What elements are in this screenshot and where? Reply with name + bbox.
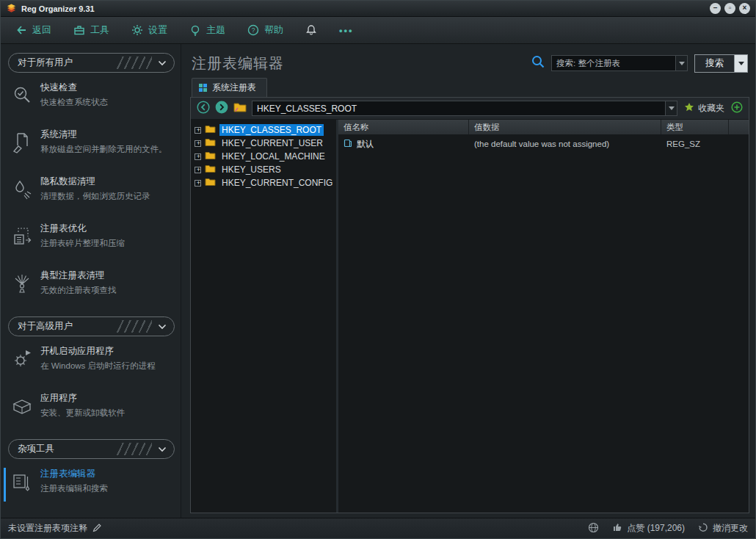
column-header-type[interactable]: 类型 [661, 120, 729, 134]
search-icon [531, 55, 545, 71]
system-cleanup-icon [10, 129, 34, 162]
expander-plus-icon[interactable] [195, 153, 201, 160]
undo-icon [698, 522, 708, 535]
tab-bar: 系统注册表 [190, 79, 749, 97]
help-button[interactable]: ? 帮助 [247, 23, 283, 37]
undo-changes-button[interactable]: 撤消更改 [698, 522, 748, 535]
nav-back-button[interactable] [197, 101, 210, 117]
add-favorite-button[interactable] [731, 101, 743, 116]
quick-check-icon [10, 82, 34, 115]
chevron-down-icon [158, 324, 167, 330]
maximize-button[interactable]: ▫ [724, 3, 735, 14]
expander-plus-icon[interactable] [195, 180, 201, 187]
notifications-button[interactable] [305, 24, 317, 36]
dropdown-arrow-icon [675, 56, 687, 70]
back-button[interactable]: 返回 [15, 23, 51, 37]
search-options-dropdown[interactable] [735, 54, 748, 73]
theme-button[interactable]: 主题 [189, 23, 225, 37]
minimize-button[interactable]: – [710, 3, 721, 14]
expander-plus-icon[interactable] [195, 127, 201, 134]
dropdown-arrow-icon [738, 62, 744, 65]
registry-cleanup-icon [10, 270, 34, 303]
tree-node[interactable]: HKEY_CURRENT_CONFIG [195, 176, 336, 189]
search-scope-select[interactable]: 搜索: 整个注册表 [551, 55, 688, 71]
sidebar-item-privacy-cleanup[interactable]: 隐私数据清理清理数据，例如浏览历史记录 [10, 176, 176, 209]
sidebar-item-registry-optimize[interactable]: 注册表优化注册表碎片整理和压缩 [10, 223, 176, 256]
address-bar: HKEY_CLASSES_ROOT 收藏夹 [191, 98, 749, 120]
column-header-value-name[interactable]: 值名称 [338, 120, 469, 134]
privacy-cleanup-icon [10, 176, 34, 209]
sidebar-section-all-users[interactable]: 对于所有用户 [8, 53, 175, 73]
search-button-group: 搜索 [694, 54, 748, 73]
like-button[interactable]: 点赞 (197,206) [612, 522, 685, 535]
edit-comment-pencil-icon[interactable] [92, 523, 102, 535]
favorites-button[interactable]: 收藏夹 [683, 102, 726, 115]
nav-forward-button[interactable] [215, 101, 228, 117]
language-globe-icon[interactable] [588, 522, 599, 535]
window-title: Reg Organizer 9.31 [21, 4, 95, 13]
sidebar-item-registry-cleanup[interactable]: 典型注册表清理无效的注册表项查找 [10, 270, 176, 303]
statusbar: 未设置注册表项注释 点赞 (197,206) 撤消更改 [1, 518, 755, 538]
expander-plus-icon[interactable] [195, 140, 201, 147]
app-window: Reg Organizer 9.31 – ▫ × 返回 工具 设置 主题 ? 帮… [0, 0, 756, 539]
settings-button[interactable]: 设置 [131, 23, 167, 37]
startup-apps-icon [10, 345, 34, 379]
sidebar-section-misc-tools[interactable]: 杂项工具 [8, 439, 175, 459]
folder-icon [205, 137, 216, 149]
section-stripes-decoration [117, 320, 152, 333]
values-table-header: 值名称 值数据 类型 [338, 120, 749, 134]
main-toolbar: 返回 工具 设置 主题 ? 帮助 ••• [1, 17, 755, 44]
search-button[interactable]: 搜索 [694, 54, 735, 73]
folder-icon [205, 177, 216, 189]
column-header-value-data[interactable]: 值数据 [469, 120, 661, 134]
sidebar-item-quick-check[interactable]: 快速检查快速检查系统状态 [10, 82, 176, 115]
table-row[interactable]: 默认 (the default value was not assigned) … [338, 137, 749, 151]
gear-icon [131, 24, 143, 36]
tab-system-registry[interactable]: 系统注册表 [192, 78, 267, 97]
column-header-filler [729, 120, 749, 134]
dropdown-arrow-icon [665, 101, 677, 115]
bell-icon [305, 24, 317, 36]
string-value-icon [344, 139, 352, 149]
sidebar-item-applications[interactable]: 应用程序安装、更新或卸载软件 [10, 392, 176, 426]
registry-tree: HKEY_CLASSES_ROOT HKEY_CURRENT_USER HKEY… [191, 120, 338, 513]
ellipsis-icon: ••• [339, 25, 354, 36]
registry-optimize-icon [10, 223, 34, 256]
main-content: 注册表编辑器 搜索: 整个注册表 搜索 系统注册表 [181, 44, 755, 518]
svg-text:?: ? [252, 26, 255, 34]
folder-icon [205, 164, 216, 176]
thumbs-up-icon [612, 522, 622, 535]
tree-node[interactable]: HKEY_LOCAL_MACHINE [195, 150, 336, 163]
chevron-down-icon [158, 60, 167, 66]
sidebar: 对于所有用户 快速检查快速检查系统状态 系统清理释放磁盘空间并删除无用的文件。 … [1, 44, 181, 518]
theme-bulb-icon [189, 24, 201, 36]
applications-icon [10, 392, 34, 426]
sidebar-item-startup-apps[interactable]: 开机启动应用程序在 Windows 启动时运行的进程 [10, 345, 176, 379]
sidebar-item-registry-editor[interactable]: 注册表编辑器注册表编辑和搜索 [4, 468, 176, 502]
star-icon [684, 102, 694, 115]
back-arrow-icon [15, 24, 27, 36]
section-stripes-decoration [117, 443, 152, 455]
section-stripes-decoration [117, 57, 152, 69]
tools-button[interactable]: 工具 [73, 23, 109, 37]
expander-plus-icon[interactable] [195, 167, 201, 173]
tree-node[interactable]: HKEY_CURRENT_USER [195, 137, 336, 150]
titlebar: Reg Organizer 9.31 – ▫ × [1, 1, 755, 17]
registry-editor-icon [10, 468, 34, 502]
tree-node[interactable]: HKEY_USERS [195, 163, 336, 176]
registry-tab-icon [199, 84, 207, 92]
folder-icon [205, 124, 216, 136]
registry-panel: HKEY_CLASSES_ROOT 收藏夹 HKEY_CLA [190, 97, 749, 513]
more-button[interactable]: ••• [339, 25, 354, 36]
app-logo-icon [6, 3, 17, 14]
open-key-folder-icon[interactable] [233, 101, 247, 116]
chevron-down-icon [158, 446, 167, 452]
sidebar-item-system-cleanup[interactable]: 系统清理释放磁盘空间并删除无用的文件。 [10, 129, 176, 162]
folder-icon [205, 151, 216, 162]
registry-path-combobox[interactable]: HKEY_CLASSES_ROOT [252, 101, 677, 116]
help-icon: ? [247, 24, 259, 36]
values-pane: 值名称 值数据 类型 默认 (the default value was not… [338, 120, 749, 513]
sidebar-section-advanced-users[interactable]: 对于高级用户 [8, 316, 175, 336]
close-button[interactable]: × [739, 3, 750, 14]
tree-node[interactable]: HKEY_CLASSES_ROOT [195, 123, 336, 137]
